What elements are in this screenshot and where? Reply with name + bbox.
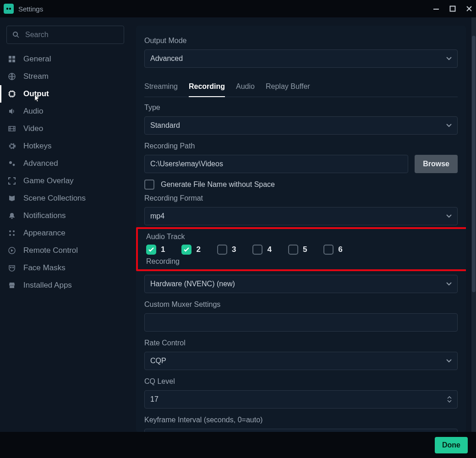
sidebar-item-audio[interactable]: Audio: [0, 103, 124, 120]
cq-level-label: CQ Level: [144, 377, 458, 386]
svg-point-11: [9, 161, 12, 164]
tab-audio[interactable]: Audio: [236, 78, 255, 97]
keyframe-label: Keyframe Interval (seconds, 0=auto): [144, 416, 458, 424]
svg-rect-6: [9, 60, 11, 62]
recording-format-label: Recording Format: [144, 194, 458, 202]
sidebar-item-remote-control[interactable]: Remote Control: [0, 242, 124, 259]
svg-rect-4: [9, 56, 11, 59]
sidebar-item-game-overlay[interactable]: Game Overlay: [0, 172, 124, 190]
chevron-down-icon: [446, 359, 452, 363]
sidebar-nav: General Stream Output Audio Video: [6, 50, 124, 294]
sidebar-item-advanced[interactable]: Advanced: [0, 155, 124, 172]
footer: Done: [0, 432, 476, 458]
svg-point-0: [6, 8, 8, 10]
tab-streaming[interactable]: Streaming: [144, 78, 178, 97]
store-icon: [7, 281, 17, 289]
encoder-select[interactable]: Hardware (NVENC) (new): [144, 275, 458, 293]
audio-track-5-label: 5: [303, 245, 307, 254]
tab-replay-buffer[interactable]: Replay Buffer: [266, 78, 310, 97]
cursor-icon: [33, 94, 41, 103]
chevron-up-icon: [447, 396, 452, 399]
sidebar-item-appearance[interactable]: Appearance: [0, 224, 124, 242]
sidebar-item-scene-collections[interactable]: Scene Collections: [0, 190, 124, 207]
generate-filename-label: Generate File Name without Space: [161, 180, 275, 189]
recording-path-label: Recording Path: [144, 142, 458, 150]
scrollbar-thumb[interactable]: [472, 36, 476, 292]
audio-track-6-checkbox[interactable]: [323, 245, 334, 255]
grid-icon: [7, 55, 17, 63]
output-mode-select[interactable]: Advanced: [144, 49, 458, 68]
numeric-spinner[interactable]: [447, 396, 452, 403]
svg-point-1: [9, 8, 11, 10]
chevron-down-icon: [446, 124, 452, 127]
svg-point-15: [9, 234, 11, 236]
collections-icon: [7, 194, 17, 202]
audio-track-label: Audio Track: [146, 233, 458, 241]
recording-path-input[interactable]: C:\Users\emay\Videos: [144, 155, 408, 173]
muxer-label: Custom Muxer Settings: [144, 300, 458, 309]
window-title: Settings: [18, 5, 43, 13]
audio-track-4-checkbox[interactable]: [252, 245, 263, 255]
audio-track-5-checkbox[interactable]: [288, 245, 298, 255]
volume-icon: [7, 107, 17, 115]
rate-control-select[interactable]: CQP: [144, 352, 458, 370]
window-minimize-button[interactable]: [433, 5, 439, 12]
input-value: 17: [150, 395, 159, 403]
sidebar-item-label: Remote Control: [23, 246, 78, 255]
scrollbar[interactable]: [471, 17, 476, 458]
sidebar-item-label: Notifications: [23, 211, 66, 220]
audio-track-6-label: 6: [338, 245, 342, 254]
sidebar-item-label: Audio: [23, 107, 43, 116]
svg-point-16: [13, 234, 15, 236]
sidebar: General Stream Output Audio Video: [0, 17, 131, 432]
sidebar-item-face-masks[interactable]: Face Masks: [0, 259, 124, 277]
titlebar: Settings: [0, 0, 476, 17]
svg-rect-9: [10, 92, 14, 96]
gear-icon: [7, 142, 17, 150]
film-icon: [7, 125, 17, 133]
sidebar-item-video[interactable]: Video: [0, 120, 124, 137]
recording-format-select[interactable]: mp4: [144, 207, 458, 225]
chevron-down-icon: [446, 282, 452, 286]
muxer-input[interactable]: [144, 313, 458, 332]
tab-recording[interactable]: Recording: [189, 78, 225, 97]
generate-filename-checkbox[interactable]: [144, 180, 154, 190]
audio-track-2-checkbox[interactable]: [181, 245, 191, 255]
search-input[interactable]: [24, 30, 118, 39]
sidebar-item-label: Video: [23, 124, 43, 133]
audio-track-3-checkbox[interactable]: [217, 245, 227, 255]
output-mode-label: Output Mode: [144, 37, 458, 45]
output-tabs: Streaming Recording Audio Replay Buffer: [144, 78, 458, 97]
sidebar-item-installed-apps[interactable]: Installed Apps: [0, 277, 124, 294]
audio-track-4-label: 4: [267, 245, 271, 254]
audio-track-highlight: Audio Track 1 2: [136, 227, 466, 271]
audio-track-row: 1 2 3 4: [146, 245, 458, 255]
settings-panel: Output Mode Advanced Streaming Recording…: [136, 26, 466, 432]
sidebar-item-stream[interactable]: Stream: [0, 68, 124, 85]
bell-icon: [7, 212, 17, 219]
sidebar-item-label: Installed Apps: [23, 281, 72, 290]
sidebar-item-label: Appearance: [23, 229, 66, 238]
window-maximize-button[interactable]: [449, 5, 456, 12]
input-value: C:\Users\emay\Videos: [150, 160, 223, 168]
window-close-button[interactable]: [466, 5, 472, 12]
type-select[interactable]: Standard: [144, 116, 458, 135]
sidebar-item-hotkeys[interactable]: Hotkeys: [0, 137, 124, 155]
audio-track-1-checkbox[interactable]: [146, 245, 156, 255]
svg-point-18: [11, 267, 11, 268]
app-logo-icon: [4, 4, 14, 14]
svg-point-19: [13, 267, 14, 268]
sidebar-item-label: Stream: [23, 72, 49, 81]
cq-level-input[interactable]: 17: [144, 390, 458, 409]
select-value: CQP: [150, 357, 166, 365]
select-value: mp4: [150, 212, 164, 220]
sidebar-item-output[interactable]: Output: [0, 85, 124, 103]
select-value: Hardware (NVENC) (new): [150, 280, 235, 288]
sidebar-item-notifications[interactable]: Notifications: [0, 207, 124, 224]
sidebar-item-label: Face Masks: [23, 263, 66, 273]
browse-button[interactable]: Browse: [415, 155, 458, 173]
audio-track-2-label: 2: [196, 245, 200, 254]
done-button[interactable]: Done: [435, 437, 468, 453]
sidebar-item-general[interactable]: General: [0, 50, 124, 68]
search-input-container[interactable]: [6, 26, 124, 44]
